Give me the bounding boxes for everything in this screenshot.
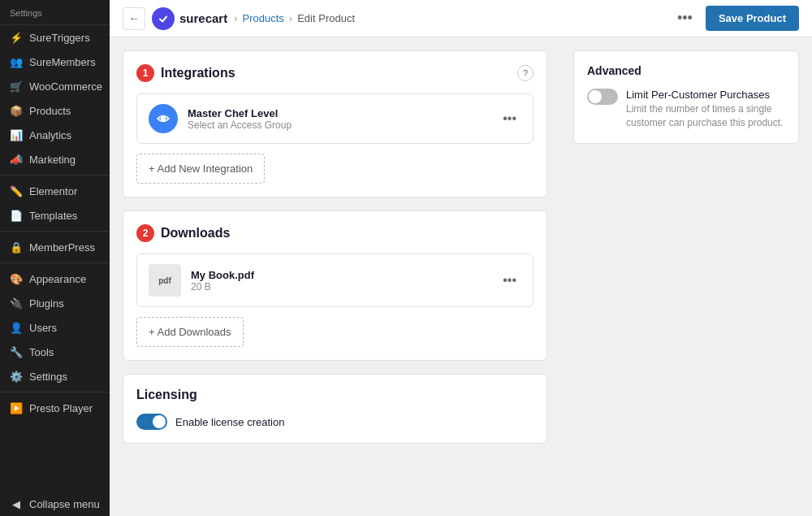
add-integration-button[interactable]: + Add New Integration xyxy=(136,154,265,184)
svg-point-0 xyxy=(156,11,171,26)
brand-name: surecart xyxy=(179,11,227,25)
sidebar-item-tools[interactable]: 🔧 Tools xyxy=(0,340,110,364)
downloads-section: 2 Downloads pdf My Book.pdf 20 B ••• + A… xyxy=(123,210,547,361)
svg-point-1 xyxy=(161,116,166,121)
file-info: My Book.pdf 20 B xyxy=(191,269,488,293)
more-options-button[interactable]: ••• xyxy=(671,7,699,30)
sidebar-item-appearance[interactable]: 🎨 Appearance xyxy=(0,267,110,291)
surecart-logo: surecart xyxy=(152,7,227,30)
license-toggle[interactable] xyxy=(136,414,167,430)
licensing-section: Licensing Enable license creation xyxy=(123,374,547,444)
sidebar-item-sure-members[interactable]: 👥 SureMembers xyxy=(0,50,110,74)
sidebar-item-elementor[interactable]: ✏️ Elementor xyxy=(0,179,110,203)
licensing-title: Licensing xyxy=(136,388,533,402)
advanced-title: Advanced xyxy=(587,64,785,77)
main-area: ← surecart › Products › Edit Product •••… xyxy=(110,0,812,516)
users-icon: 👤 xyxy=(10,321,23,334)
sidebar-item-templates[interactable]: 📄 Templates xyxy=(0,203,110,228)
file-size: 20 B xyxy=(191,281,488,293)
surecart-logo-icon xyxy=(152,7,175,30)
file-item: pdf My Book.pdf 20 B ••• xyxy=(136,254,533,307)
breadcrumb-sep-1: › xyxy=(234,12,237,24)
limit-label: Limit Per-Customer Purchases xyxy=(626,89,785,101)
sidebar-header: Settings xyxy=(0,0,110,25)
save-product-button[interactable]: Save Product xyxy=(706,6,799,31)
sidebar-divider-4 xyxy=(0,392,110,392)
products-icon: 📦 xyxy=(10,104,23,117)
settings-icon: ⚙️ xyxy=(10,370,23,383)
integrations-title: Integrations xyxy=(161,66,235,80)
elementor-icon: ✏️ xyxy=(10,184,23,197)
sidebar-item-settings[interactable]: ⚙️ Settings xyxy=(0,364,110,388)
sidebar-item-marketing[interactable]: 📣 Marketing xyxy=(0,147,110,171)
sidebar-item-sure-triggers[interactable]: ⚡ SureTriggers xyxy=(0,25,110,50)
downloads-title-row: 2 Downloads xyxy=(136,224,230,242)
sidebar-item-presto-player[interactable]: ▶️ Presto Player xyxy=(0,396,110,420)
memberpress-icon: 🔒 xyxy=(10,241,23,254)
integration-sub: Select an Access Group xyxy=(188,119,488,131)
toggle-knob xyxy=(153,415,166,428)
integration-name: Master Chef Level xyxy=(188,107,488,119)
integrations-section: 1 Integrations ? Master Chef Level xyxy=(123,50,547,197)
marketing-icon: 📣 xyxy=(10,153,23,166)
sure-members-icon: 👥 xyxy=(10,55,23,68)
sidebar-item-analytics[interactable]: 📊 Analytics xyxy=(0,123,110,147)
sidebar-divider-1 xyxy=(0,175,110,176)
templates-icon: 📄 xyxy=(10,209,23,222)
sidebar-item-users[interactable]: 👤 Users xyxy=(0,315,110,340)
advanced-card: Advanced Limit Per-Customer Purchases Li… xyxy=(573,50,799,144)
sidebar-item-plugins[interactable]: 🔌 Plugins xyxy=(0,291,110,315)
integrations-badge: 1 xyxy=(136,64,154,82)
sure-triggers-icon: ⚡ xyxy=(10,31,23,44)
content-area: 1 Integrations ? Master Chef Level xyxy=(110,37,812,516)
right-panel: Advanced Limit Per-Customer Purchases Li… xyxy=(560,37,812,516)
breadcrumb-edit-product: Edit Product xyxy=(297,12,355,24)
sidebar-divider-2 xyxy=(0,231,110,232)
tools-icon: 🔧 xyxy=(10,345,23,358)
downloads-badge: 2 xyxy=(136,224,154,242)
downloads-title: Downloads xyxy=(161,226,230,241)
license-toggle-row: Enable license creation xyxy=(136,414,533,430)
main-content: 1 Integrations ? Master Chef Level xyxy=(110,37,560,516)
breadcrumb-sep-2: › xyxy=(289,12,292,24)
back-button[interactable]: ← xyxy=(123,7,145,30)
topbar: ← surecart › Products › Edit Product •••… xyxy=(110,0,812,37)
downloads-header: 2 Downloads xyxy=(136,224,533,242)
limit-desc: Limit the number of times a single custo… xyxy=(626,102,785,130)
limit-toggle[interactable] xyxy=(587,89,618,105)
integrations-header: 1 Integrations ? xyxy=(136,64,533,82)
collapse-icon: ◀ xyxy=(10,497,23,510)
plugins-icon: 🔌 xyxy=(10,297,23,310)
woocommerce-icon: 🛒 xyxy=(10,80,23,93)
appearance-icon: 🎨 xyxy=(10,272,23,285)
file-thumb: pdf xyxy=(149,264,181,297)
sidebar: Settings ⚡ SureTriggers 👥 SureMembers 🛒 … xyxy=(0,0,110,516)
sidebar-item-products[interactable]: 📦 Products xyxy=(0,98,110,123)
integration-item: Master Chef Level Select an Access Group… xyxy=(136,93,533,144)
limit-toggle-knob xyxy=(589,90,602,103)
sidebar-divider-3 xyxy=(0,262,110,263)
analytics-icon: 📊 xyxy=(10,128,23,141)
add-downloads-button[interactable]: + Add Downloads xyxy=(136,317,244,347)
sidebar-item-collapse[interactable]: ◀ Collapse menu xyxy=(0,492,110,516)
file-name: My Book.pdf xyxy=(191,269,488,281)
limit-toggle-row: Limit Per-Customer Purchases Limit the n… xyxy=(587,89,785,130)
sidebar-item-woocommerce[interactable]: 🛒 WooCommerce xyxy=(0,74,110,98)
integrations-help-icon[interactable]: ? xyxy=(517,65,533,81)
integrations-title-row: 1 Integrations xyxy=(136,64,235,82)
limit-info: Limit Per-Customer Purchases Limit the n… xyxy=(626,89,785,130)
integration-item-dots[interactable]: ••• xyxy=(498,108,521,129)
file-item-dots[interactable]: ••• xyxy=(498,270,521,291)
integration-logo xyxy=(149,104,178,133)
breadcrumb: › Products › Edit Product xyxy=(234,12,355,24)
sidebar-item-memberpress[interactable]: 🔒 MemberPress xyxy=(0,235,110,259)
license-toggle-label: Enable license creation xyxy=(175,416,284,428)
presto-player-icon: ▶️ xyxy=(10,401,23,414)
breadcrumb-products[interactable]: Products xyxy=(243,12,284,24)
integration-info: Master Chef Level Select an Access Group xyxy=(188,107,488,131)
